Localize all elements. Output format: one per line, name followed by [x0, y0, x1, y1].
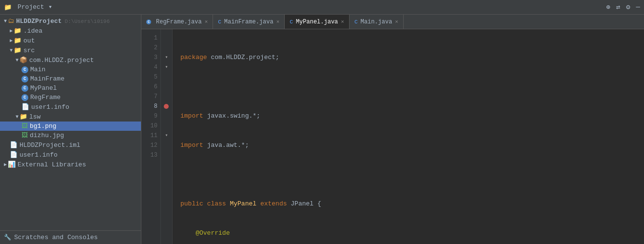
tab-regframe-icon: C — [146, 20, 151, 24]
tab-mypanel-label: MyPanel.java — [296, 19, 338, 25]
library-icon: 📊 — [8, 161, 16, 168]
dizhujpg-icon: 🖼 — [21, 132, 28, 139]
code-line-7: @Override — [180, 228, 636, 238]
sidebar-bottom: 🔧 Scratches and Consoles — [0, 230, 141, 244]
code-line-1: package com.HLDDZ.project; — [180, 53, 636, 62]
arrow-icon — [16, 58, 19, 63]
sidebar-item-src[interactable]: 📁 src — [0, 45, 141, 55]
tab-mypanel-icon: C — [290, 19, 293, 25]
code-line-2 — [180, 82, 636, 92]
folder-icon: 📁 — [4, 3, 12, 11]
sidebar-item-out[interactable]: 📁 out — [0, 36, 141, 45]
tab-regframe-label: RegFrame.java — [156, 19, 202, 25]
sidebar-tree: 🗂 HLDDZProject D:\Users\10196 📁 .idea 📁 … — [0, 15, 141, 230]
sidebar-item-external-libraries[interactable]: 📊 External Libraries — [0, 160, 141, 169]
gutter-13 — [162, 150, 171, 160]
editor-area: C RegFrame.java × C MainFrame.java × C M… — [141, 15, 644, 244]
sidebar-item-mypanel[interactable]: C MyPanel — [0, 83, 141, 93]
tab-regframe-close[interactable]: × — [205, 19, 208, 25]
tab-mypanel[interactable]: C MyPanel.java × — [285, 15, 350, 29]
gutter-7 — [162, 92, 171, 102]
gutter-9 — [162, 111, 171, 121]
class-icon-mypanel: C — [21, 85, 28, 92]
project-root-label: HLDDZProject — [16, 18, 62, 25]
tab-regframe[interactable]: C RegFrame.java × — [141, 15, 213, 29]
line-num-12: 12 — [144, 141, 157, 150]
tab-main[interactable]: C Main.java × — [350, 15, 404, 29]
gutter-2 — [162, 43, 171, 53]
gutter-8 — [162, 102, 171, 111]
sidebar-item-package[interactable]: 📦 com.HLDDZ.project — [0, 55, 141, 65]
class-icon-mainframe: C — [21, 76, 28, 82]
fold-icon-4[interactable]: ▾ — [165, 62, 168, 72]
iml-label: HLDDZProject.iml — [20, 142, 80, 149]
tab-main-label: Main.java — [361, 19, 392, 25]
external-libraries-label: External Libraries — [18, 161, 86, 168]
lsw-folder-icon: 📁 — [20, 113, 27, 121]
arrow-icon — [10, 38, 13, 43]
main-label: Main — [30, 66, 45, 73]
user1info-root-icon: 📄 — [10, 151, 18, 159]
arrow-icon — [4, 162, 7, 167]
line-num-2: 2 — [144, 43, 157, 53]
src-label: src — [23, 47, 35, 54]
lsw-label: lsw — [29, 113, 40, 121]
line-num-13: 13 — [144, 150, 157, 160]
sidebar-item-user1info[interactable]: 📄 user1.info — [0, 102, 141, 112]
code-editor[interactable]: 1 2 3 4 5 6 7 8 9 10 11 12 13 ▾ — [141, 29, 644, 244]
line-num-9: 9 — [144, 111, 157, 121]
user1info-root-label: user1.info — [20, 151, 58, 159]
minimize-icon[interactable]: — — [636, 3, 640, 11]
dropdown-arrow[interactable] — [49, 5, 52, 10]
tab-mypanel-close[interactable]: × — [341, 19, 344, 25]
line-num-11: 11 — [144, 131, 157, 141]
add-icon[interactable]: ⊕ — [606, 3, 610, 11]
line-numbers: 1 2 3 4 5 6 7 8 9 10 11 12 13 — [141, 29, 161, 244]
tab-main-close[interactable]: × — [395, 19, 398, 25]
out-folder-icon: 📁 — [14, 37, 21, 44]
mainframe-label: MainFrame — [30, 75, 64, 82]
sidebar-item-scratches[interactable]: 🔧 Scratches and Consoles — [0, 231, 141, 244]
tab-mainframe-close[interactable]: × — [276, 19, 280, 25]
user1info-icon: 📄 — [21, 103, 29, 111]
breakpoint-8[interactable] — [164, 104, 169, 109]
arrow-icon — [10, 48, 13, 53]
gutter-12 — [162, 141, 171, 150]
class-icon-regframe: C — [21, 94, 28, 101]
arrow-icon — [16, 114, 19, 120]
code-line-4: import java.awt.*; — [180, 141, 636, 150]
code-line-3: import javax.swing.*; — [180, 111, 636, 121]
bg1png-label: bg1.png — [30, 122, 57, 130]
fold-icon-11[interactable]: ▾ — [165, 131, 168, 141]
settings-icon[interactable]: ⚙ — [626, 3, 630, 11]
gutter-10 — [162, 121, 171, 131]
tab-mainframe[interactable]: C MainFrame.java × — [213, 15, 285, 29]
sidebar-item-dizhujpg[interactable]: 🖼 dizhu.jpg — [0, 131, 141, 140]
line-num-8: 8 — [144, 102, 157, 111]
line-num-7: 7 — [144, 92, 157, 102]
top-bar: 📁 Project ⊕ ⇄ ⚙ — — [0, 0, 644, 15]
top-bar-icons: ⊕ ⇄ ⚙ — — [606, 3, 640, 11]
gutter-4: ▾ — [162, 62, 171, 72]
tab-main-icon: C — [354, 19, 358, 25]
bg1png-icon: 🖼 — [21, 122, 28, 130]
sidebar-item-lsw[interactable]: 📁 lsw — [0, 112, 141, 122]
fold-icon-3[interactable]: ▾ — [165, 53, 168, 62]
sidebar-item-user1info-root[interactable]: 📄 user1.info — [0, 150, 141, 160]
package-label: com.HLDDZ.project — [29, 57, 94, 64]
sidebar-item-mainframe[interactable]: C MainFrame — [0, 74, 141, 83]
sidebar-item-iml[interactable]: 📄 HLDDZProject.iml — [0, 140, 141, 150]
code-line-5 — [180, 170, 636, 180]
code-content[interactable]: package com.HLDDZ.project; import javax.… — [173, 29, 644, 244]
src-folder-icon: 📁 — [14, 46, 21, 54]
project-label[interactable]: Project — [18, 3, 44, 11]
sidebar-item-idea[interactable]: 📁 .idea — [0, 26, 141, 36]
project-path: D:\Users\10196 — [65, 19, 110, 24]
idea-folder-icon: 📁 — [14, 27, 21, 35]
sidebar-item-main[interactable]: C Main — [0, 65, 141, 74]
sidebar-item-project-root[interactable]: 🗂 HLDDZProject D:\Users\10196 — [0, 17, 141, 26]
sync-icon[interactable]: ⇄ — [616, 3, 620, 11]
sidebar-item-bg1png[interactable]: 🖼 bg1.png — [0, 122, 141, 131]
sidebar-item-regframe[interactable]: C RegFrame — [0, 93, 141, 102]
sidebar: 🗂 HLDDZProject D:\Users\10196 📁 .idea 📁 … — [0, 15, 141, 244]
